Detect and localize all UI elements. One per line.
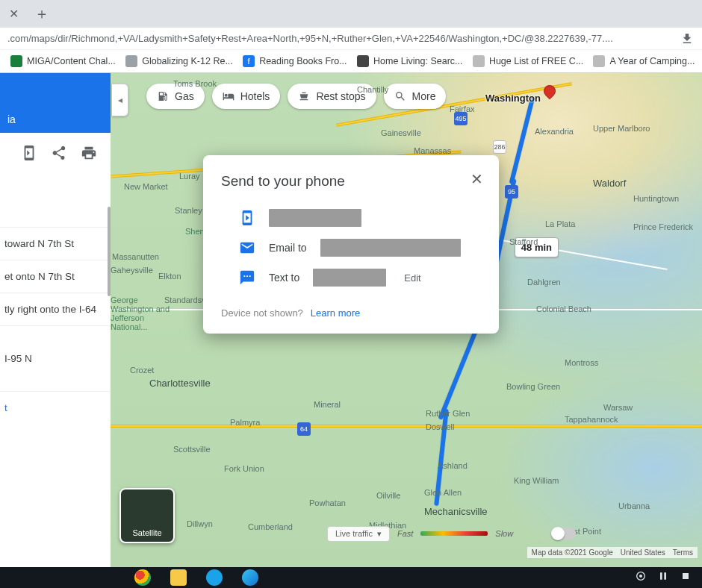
tab-close-button[interactable]: ✕: [4, 4, 22, 22]
device-not-shown-label: Device not shown?: [221, 307, 303, 319]
taskbar-tray: [635, 570, 702, 585]
chip-hotels[interactable]: Hotels: [212, 84, 281, 109]
taskbar-edge-icon[interactable]: [242, 569, 258, 586]
traffic-legend: [420, 531, 488, 536]
print-icon[interactable]: [81, 145, 97, 163]
city-label: Waldorf: [593, 178, 626, 189]
email-to-label: Email to: [269, 242, 307, 254]
new-tab-button[interactable]: ＋: [31, 3, 52, 24]
bookmark-icon: [357, 55, 369, 67]
taskbar-chrome-icon[interactable]: [134, 569, 151, 586]
traffic-fast-label: Fast: [397, 529, 413, 538]
option-device[interactable]: [221, 203, 481, 233]
traffic-slow-label: Slow: [495, 529, 513, 538]
shield-icon: 286: [493, 140, 506, 154]
close-button[interactable]: ✕: [466, 169, 487, 190]
sidebar-header: ia: [0, 73, 111, 133]
install-app-icon[interactable]: [680, 31, 695, 46]
shield-icon: 495: [454, 112, 468, 125]
address-bar[interactable]: .com/maps/dir/Richmond,+VA/Ladysmith+Saf…: [0, 27, 702, 49]
city-label: Glen Allen: [424, 488, 462, 497]
park-label: George Washington and Jefferson National…: [111, 295, 170, 331]
tray-record-icon[interactable]: [635, 570, 647, 585]
redacted-email: [320, 239, 461, 257]
shield-icon: 64: [297, 422, 311, 436]
city-label: Mineral: [314, 400, 341, 409]
direction-step[interactable]: I-95 N: [0, 325, 111, 391]
taskbar-app-icon[interactable]: [206, 569, 223, 586]
bookmark-icon: [125, 55, 137, 67]
bookmark-item[interactable]: Huge List of FREE C...: [468, 52, 585, 70]
address-url: .com/maps/dir/Richmond,+VA/Ladysmith+Saf…: [7, 33, 674, 44]
direction-step[interactable]: toward N 7th St: [0, 227, 111, 260]
edit-link[interactable]: Edit: [404, 272, 420, 284]
shield-icon: 95: [505, 185, 518, 198]
city-label: Oilville: [376, 491, 400, 500]
city-label: Scottsville: [173, 445, 211, 454]
option-text[interactable]: Text to Edit: [221, 263, 481, 293]
country-link[interactable]: United States: [621, 548, 665, 557]
city-label: Doswell: [426, 422, 455, 431]
share-icon[interactable]: [51, 145, 67, 163]
dialog-title: Send to your phone: [221, 173, 481, 190]
city-label: Luray: [179, 172, 200, 181]
city-label: New Market: [124, 182, 168, 191]
city-label: Dahlgren: [527, 278, 561, 287]
city-label: Palmyra: [230, 418, 260, 427]
chevron-down-icon: ▾: [377, 529, 382, 539]
bookmark-bar: MIGA/Content Chal... Globalizing K-12 Re…: [0, 49, 702, 73]
city-label: Urbanna: [618, 501, 650, 510]
send-to-phone-dialog: Send to your phone ✕ Email to Text to Ed…: [203, 155, 499, 334]
city-label: Fairfax: [450, 104, 475, 113]
bookmark-item[interactable]: MIGA/Content Chal...: [6, 52, 117, 70]
destination-label: Washington: [485, 93, 541, 104]
taskbar-files-icon[interactable]: [170, 569, 187, 586]
bookmark-item[interactable]: fReading Books Fro...: [238, 52, 348, 70]
terms-link[interactable]: Terms: [673, 548, 693, 557]
bookmark-item[interactable]: Home Living: Searc...: [352, 52, 464, 70]
direction-step-link[interactable]: t: [0, 391, 111, 424]
city-label: Stafford: [509, 237, 538, 246]
bookmark-icon: [10, 55, 22, 67]
phone-icon: [239, 210, 255, 226]
learn-more-link[interactable]: Learn more: [311, 307, 360, 319]
city-label: Prince Frederick: [633, 222, 693, 231]
city-label: Montross: [565, 358, 598, 367]
bookmark-item[interactable]: Globalizing K-12 Re...: [121, 52, 234, 70]
directions-sidebar: ia toward N 7th St et onto N 7th St tly …: [0, 73, 111, 567]
traffic-toggle[interactable]: [550, 528, 576, 539]
traffic-controls: Live traffic ▾ Fast Slow: [327, 524, 680, 543]
city-label: Chantilly: [357, 85, 388, 94]
city-label: Ruther Glen: [426, 409, 470, 418]
tray-pause-icon[interactable]: [657, 570, 669, 585]
city-label: Stanley: [175, 206, 202, 215]
tab-strip: ✕ ＋: [0, 0, 702, 27]
direction-step[interactable]: et onto N 7th St: [0, 260, 111, 293]
city-label: Fork Union: [224, 464, 264, 473]
direction-step[interactable]: tly right onto the I-64: [0, 293, 111, 325]
city-label: Colonial Beach: [536, 304, 591, 313]
collapse-sidebar-button[interactable]: ◂: [112, 84, 128, 116]
city-label: Elkton: [158, 272, 181, 281]
city-label: Warsaw: [603, 403, 633, 412]
bookmark-icon: f: [243, 55, 255, 67]
city-label: Dillwyn: [187, 519, 213, 528]
satellite-toggle[interactable]: Satellite: [119, 488, 175, 543]
chip-more[interactable]: More: [384, 84, 447, 109]
send-to-phone-icon[interactable]: [21, 145, 37, 163]
mail-icon: [239, 240, 255, 256]
tray-stop-icon[interactable]: [680, 570, 692, 585]
city-label: Crozet: [130, 366, 154, 375]
road-i64: [111, 425, 702, 428]
city-label: Manassas: [414, 146, 451, 155]
city-label: Massanutten: [112, 252, 159, 261]
bookmark-icon: [593, 55, 605, 67]
svg-rect-2: [683, 573, 689, 579]
bookmark-item[interactable]: A Year of Camping...: [588, 52, 696, 70]
option-email[interactable]: Email to: [221, 233, 481, 263]
city-label: La Plata: [545, 219, 575, 228]
city-label: Bowling Green: [506, 382, 560, 391]
live-traffic-dropdown[interactable]: Live traffic ▾: [327, 526, 390, 542]
city-label: Tappahannock: [565, 415, 618, 424]
city-label: Powhatan: [309, 498, 346, 507]
